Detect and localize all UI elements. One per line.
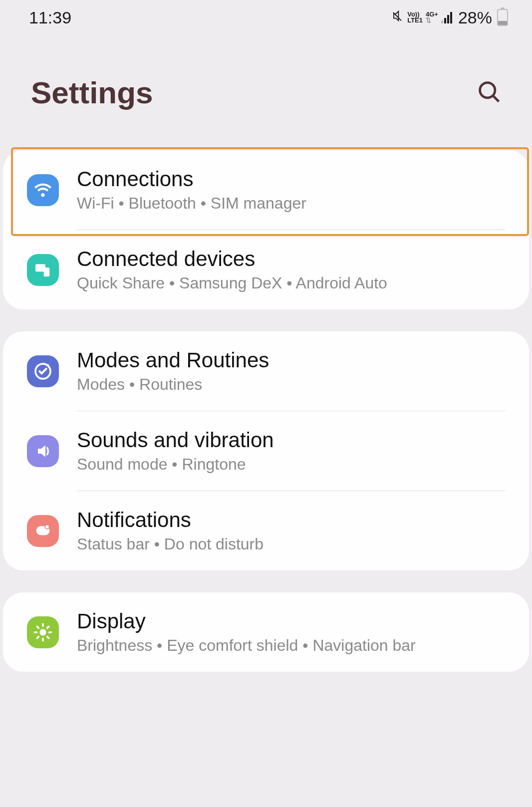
svg-line-1	[493, 96, 499, 101]
status-right: Vo)) LTE1 4G+ ⇅ 28%	[390, 8, 508, 27]
header: Settings	[0, 35, 532, 150]
svg-point-0	[480, 82, 495, 97]
row-subtitle: Brightness • Eye comfort shield • Naviga…	[77, 636, 505, 655]
status-icons: Vo)) LTE1 4G+ ⇅	[390, 9, 452, 26]
battery-icon	[497, 9, 508, 26]
settings-row-connections[interactable]: ConnectionsWi-Fi • Bluetooth • SIM manag…	[3, 150, 529, 230]
speaker-icon	[27, 435, 59, 467]
settings-row-modes-routines[interactable]: Modes and RoutinesModes • Routines	[3, 331, 529, 411]
page-title: Settings	[31, 75, 153, 110]
volte-label: Vo)) LTE1	[407, 11, 423, 23]
row-text: Modes and RoutinesModes • Routines	[77, 348, 505, 394]
row-text: DisplayBrightness • Eye comfort shield •…	[77, 609, 505, 655]
settings-row-notifications[interactable]: NotificationsStatus bar • Do not disturb	[3, 491, 529, 570]
settings-list: ConnectionsWi-Fi • Bluetooth • SIM manag…	[0, 150, 532, 672]
status-time: 11:39	[29, 8, 71, 27]
settings-group: Modes and RoutinesModes • RoutinesSounds…	[3, 331, 529, 570]
row-text: Connected devicesQuick Share • Samsung D…	[77, 247, 505, 292]
settings-row-connected-devices[interactable]: Connected devicesQuick Share • Samsung D…	[3, 230, 529, 309]
settings-row-display[interactable]: DisplayBrightness • Eye comfort shield •…	[3, 592, 529, 672]
settings-group: DisplayBrightness • Eye comfort shield •…	[3, 592, 529, 672]
search-button[interactable]	[476, 79, 502, 107]
network-speed-label: 4G+ ⇅	[426, 11, 438, 23]
row-subtitle: Status bar • Do not disturb	[77, 535, 505, 553]
check-icon	[27, 355, 59, 387]
row-subtitle: Wi-Fi • Bluetooth • SIM manager	[77, 194, 505, 213]
row-subtitle: Quick Share • Samsung DeX • Android Auto	[77, 274, 505, 292]
settings-group: ConnectionsWi-Fi • Bluetooth • SIM manag…	[3, 150, 529, 309]
row-subtitle: Modes • Routines	[77, 375, 505, 394]
row-title: Display	[77, 609, 505, 633]
sun-icon	[27, 616, 59, 648]
chat-icon	[27, 515, 59, 547]
battery-percentage: 28%	[458, 8, 492, 27]
wifi-icon	[27, 174, 59, 206]
row-text: ConnectionsWi-Fi • Bluetooth • SIM manag…	[77, 167, 505, 213]
search-icon	[476, 79, 502, 105]
row-text: Sounds and vibrationSound mode • Rington…	[77, 428, 505, 474]
row-title: Notifications	[77, 508, 505, 532]
settings-row-sounds-vibration[interactable]: Sounds and vibrationSound mode • Rington…	[3, 411, 529, 491]
mute-vibrate-icon	[390, 9, 404, 26]
status-bar: 11:39 Vo)) LTE1 4G+ ⇅ 28%	[0, 0, 532, 35]
row-text: NotificationsStatus bar • Do not disturb	[77, 508, 505, 553]
row-title: Sounds and vibration	[77, 428, 505, 452]
signal-icon	[441, 11, 452, 23]
row-title: Connections	[77, 167, 505, 191]
devices-icon	[27, 254, 59, 286]
row-subtitle: Sound mode • Ringtone	[77, 455, 505, 474]
row-title: Modes and Routines	[77, 348, 505, 372]
row-title: Connected devices	[77, 247, 505, 271]
